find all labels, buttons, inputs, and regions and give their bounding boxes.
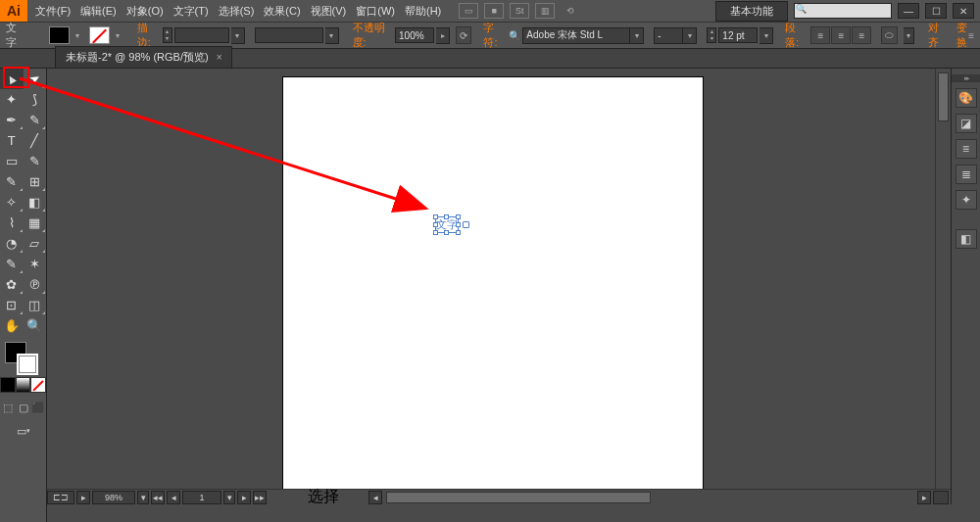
brush-profile[interactable]: [255, 27, 323, 43]
workspace-switcher[interactable]: 基本功能: [715, 1, 788, 22]
document-tab-bar: 未标题-2* @ 98% (RGB/预览) ×: [0, 49, 980, 69]
menu-view[interactable]: 视图(V): [311, 4, 347, 19]
search-input[interactable]: [794, 3, 892, 19]
zoom-dropdown-arrow[interactable]: ▸: [76, 491, 90, 504]
magic-wand-tool[interactable]: ✦: [0, 89, 24, 110]
blob-brush-tool[interactable]: ⊞: [24, 171, 47, 192]
artboard-nav-icon[interactable]: ⊏⊐: [47, 491, 74, 504]
rectangle-tool[interactable]: ▭: [0, 151, 24, 171]
align-left-icon[interactable]: ≡: [810, 26, 830, 44]
layout-icon-d[interactable]: ▥: [535, 3, 555, 19]
brushes-panel-icon[interactable]: ≡: [956, 139, 977, 159]
font-size-input[interactable]: ▴▾ ▾: [707, 27, 773, 44]
stroke-weight-input[interactable]: ▴▾ ▾: [163, 27, 245, 44]
window-minimize-button[interactable]: —: [898, 3, 919, 19]
eyedropper-tool[interactable]: ℗: [24, 274, 47, 295]
layout-icon-a[interactable]: ▭: [459, 3, 478, 19]
artboard-number[interactable]: 1: [182, 491, 221, 504]
draw-behind-icon[interactable]: ▢: [16, 399, 31, 416]
page-first-icon[interactable]: ◂◂: [151, 491, 165, 504]
perspective-tool[interactable]: ✎: [0, 254, 24, 274]
gradient-tool[interactable]: ✿: [0, 274, 24, 295]
scale-tool[interactable]: ⌇: [0, 213, 24, 233]
fill-swatch[interactable]: [49, 26, 70, 44]
align-right-icon[interactable]: ≡: [852, 26, 871, 44]
menu-edit[interactable]: 编辑(E): [80, 4, 117, 19]
align-link[interactable]: 对齐: [928, 21, 946, 50]
color-mode-gradient[interactable]: [16, 377, 31, 393]
eraser-tool[interactable]: ✧: [0, 192, 24, 213]
menu-effect[interactable]: 效果(C): [264, 4, 300, 19]
text-out-port-icon[interactable]: [463, 221, 469, 228]
panel-expand-icon[interactable]: [952, 74, 981, 82]
pencil-tool[interactable]: ✎: [0, 171, 24, 192]
font-style-dropdown[interactable]: ▾: [654, 27, 697, 44]
zoom-dd[interactable]: ▾: [137, 491, 149, 504]
screen-mode-button[interactable]: ▭▾: [0, 422, 46, 440]
paragraph-align-group: ≡ ≡ ≡: [810, 26, 871, 44]
hand-tool[interactable]: ✋: [0, 315, 24, 336]
symbol-sprayer-tool[interactable]: ◫: [24, 295, 47, 315]
document-area: 文字 ⊏⊐ ▸ 98% ▾ ◂◂ ◂ 1 ▾ ▸ ▸▸ 选择 ◂ ▸: [47, 69, 951, 504]
mesh-tool[interactable]: ✶: [24, 254, 47, 274]
hscroll-right-icon[interactable]: ▸: [917, 491, 931, 504]
page-last-icon[interactable]: ▸▸: [253, 491, 267, 504]
width-tool[interactable]: ▦: [24, 213, 47, 233]
horizontal-scrollbar[interactable]: [386, 491, 915, 504]
color-mode-none[interactable]: [30, 377, 46, 393]
stroke-swatch[interactable]: [89, 26, 110, 44]
hscroll-left-icon[interactable]: ◂: [368, 491, 382, 504]
symbols-panel-icon[interactable]: ✦: [956, 190, 977, 210]
rotate-tool[interactable]: ◧: [24, 192, 47, 213]
color-mode-solid[interactable]: [0, 377, 16, 393]
make-envelope-icon[interactable]: ⬭: [881, 26, 897, 44]
align-center-icon[interactable]: ≡: [831, 26, 851, 44]
blend-tool[interactable]: ⊡: [0, 295, 24, 315]
fill-stroke-control[interactable]: [0, 340, 46, 375]
layout-icon-c[interactable]: St: [510, 3, 529, 19]
envelope-dropdown[interactable]: ▾: [904, 27, 914, 44]
menu-select[interactable]: 选择(S): [219, 4, 255, 19]
window-close-button[interactable]: ✕: [953, 3, 974, 19]
lasso-tool[interactable]: ⟆: [24, 89, 47, 110]
layout-icon-b[interactable]: ■: [484, 3, 504, 19]
layers-panel-icon[interactable]: ◧: [956, 229, 977, 249]
tab-close-icon[interactable]: ×: [217, 52, 222, 63]
type-tool[interactable]: T: [0, 130, 24, 151]
page-dd[interactable]: ▾: [223, 491, 235, 504]
document-tab[interactable]: 未标题-2* @ 98% (RGB/预览) ×: [55, 46, 232, 68]
page-next-icon[interactable]: ▸: [237, 491, 251, 504]
color-mode-strip: [0, 377, 46, 393]
stroke-panel-icon[interactable]: ≣: [956, 165, 977, 184]
pen-tool[interactable]: ✒: [0, 110, 24, 130]
stroke-color-swatch[interactable]: [17, 354, 38, 375]
font-family-dropdown[interactable]: 🔍 ▾: [509, 27, 644, 44]
draw-normal-icon[interactable]: ⬚: [0, 399, 16, 416]
paintbrush-tool[interactable]: ✎: [24, 151, 47, 171]
opacity-input[interactable]: ▸: [395, 27, 450, 44]
draw-inside-icon[interactable]: ⬛: [30, 399, 46, 416]
vertical-scrollbar[interactable]: [935, 69, 951, 489]
recolor-icon[interactable]: ⟳: [456, 26, 471, 44]
zoom-tool[interactable]: 🔍: [24, 315, 47, 336]
layout-icon-e[interactable]: ⟲: [561, 3, 580, 19]
menu-object[interactable]: 对象(O): [126, 4, 164, 19]
color-panel-icon[interactable]: 🎨: [956, 88, 977, 108]
swatches-panel-icon[interactable]: ◪: [956, 114, 977, 133]
page-prev-icon[interactable]: ◂: [167, 491, 180, 504]
menu-help[interactable]: 帮助(H): [405, 4, 441, 19]
artboard[interactable]: 文字: [282, 76, 704, 492]
line-tool[interactable]: ╱: [24, 130, 47, 151]
status-tool-name: 选择: [308, 487, 339, 507]
shape-builder-tool[interactable]: ▱: [24, 233, 47, 254]
selected-text-object[interactable]: 文字: [435, 216, 459, 233]
window-maximize-button[interactable]: ☐: [925, 3, 947, 19]
paragraph-label: 段落:: [785, 21, 805, 50]
menu-window[interactable]: 窗口(W): [356, 4, 395, 19]
free-transform-tool[interactable]: ◔: [0, 233, 24, 254]
menu-file[interactable]: 文件(F): [35, 4, 71, 19]
zoom-level[interactable]: 98%: [92, 491, 135, 504]
controlbar-collapse-icon[interactable]: ≡: [968, 30, 974, 41]
curvature-tool[interactable]: ✎: [24, 110, 47, 130]
menu-type[interactable]: 文字(T): [173, 4, 209, 19]
